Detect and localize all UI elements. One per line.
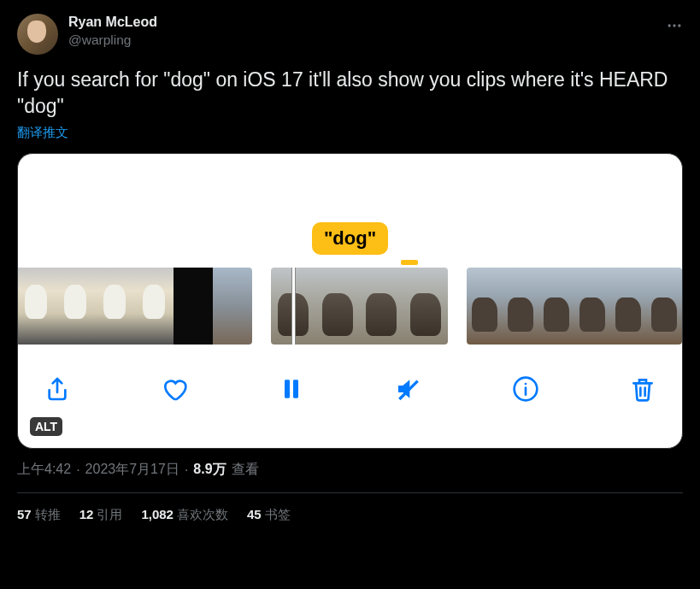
- svg-point-8: [525, 383, 527, 386]
- separator-dot: ·: [185, 462, 188, 478]
- clip-frame: [467, 268, 503, 345]
- pause-icon[interactable]: [278, 375, 305, 403]
- clip-frame: [134, 268, 174, 345]
- keyword-bubble: "dog": [312, 222, 388, 255]
- bookmarks-label: 书签: [265, 507, 291, 523]
- views-label: 查看: [232, 461, 259, 479]
- clip-frame: [17, 268, 56, 345]
- post-date[interactable]: 2023年7月17日: [85, 461, 179, 479]
- likes-count: 1,082: [141, 507, 174, 523]
- tweet-text: If you search for "dog" on iOS 17 it'll …: [17, 67, 683, 120]
- translate-link[interactable]: 翻译推文: [17, 125, 68, 141]
- quotes-stat[interactable]: 12 引用: [79, 507, 123, 523]
- likes-label: 喜欢次数: [177, 507, 228, 523]
- author-handle: @warpling: [68, 32, 656, 49]
- media-top-whitespace: "dog": [18, 154, 682, 265]
- likes-stat[interactable]: 1,082 喜欢次数: [141, 507, 228, 523]
- quotes-count: 12: [79, 507, 94, 523]
- avatar[interactable]: [17, 14, 58, 55]
- playhead[interactable]: [291, 268, 296, 345]
- svg-point-0: [668, 24, 671, 27]
- clip-group-3[interactable]: [467, 268, 682, 345]
- heart-icon[interactable]: [161, 375, 188, 403]
- clip-frame: [174, 268, 213, 345]
- clip-frame: [213, 268, 252, 345]
- keyword-marker: [401, 260, 418, 265]
- clip-frame: [315, 268, 360, 345]
- bookmarks-stat[interactable]: 45 书签: [247, 507, 291, 523]
- separator-dot: ·: [76, 462, 79, 478]
- info-icon[interactable]: [512, 375, 539, 403]
- bookmarks-count: 45: [247, 507, 262, 523]
- alt-badge[interactable]: ALT: [30, 417, 62, 436]
- views-count: 8.9万: [193, 461, 226, 479]
- quotes-label: 引用: [97, 507, 122, 523]
- retweets-count: 57: [17, 507, 32, 523]
- video-timeline[interactable]: [18, 265, 682, 346]
- media-toolbar: [18, 346, 682, 432]
- svg-rect-3: [285, 380, 290, 398]
- meta-row: 上午4:42 · 2023年7月17日 · 8.9万 查看: [17, 461, 683, 479]
- mute-icon[interactable]: [395, 375, 422, 403]
- stats-row: 57 转推 12 引用 1,082 喜欢次数 45 书签: [17, 493, 683, 523]
- clip-frame: [538, 268, 574, 345]
- more-options-icon[interactable]: [666, 14, 683, 38]
- post-time[interactable]: 上午4:42: [17, 461, 71, 479]
- author-display-name: Ryan McLeod: [68, 14, 656, 32]
- clip-frame: [56, 268, 95, 345]
- tweet-container: Ryan McLeod @warpling If you search for …: [0, 0, 700, 537]
- clip-group-2[interactable]: [271, 268, 449, 345]
- clip-frame: [403, 268, 448, 345]
- trash-icon[interactable]: [629, 375, 656, 403]
- clip-frame: [359, 268, 403, 345]
- tweet-header: Ryan McLeod @warpling: [17, 14, 683, 55]
- author-name-block[interactable]: Ryan McLeod @warpling: [68, 14, 656, 49]
- share-icon[interactable]: [44, 375, 71, 403]
- svg-point-1: [673, 24, 675, 27]
- clip-frame: [503, 268, 538, 345]
- svg-point-2: [678, 24, 680, 27]
- retweets-label: 转推: [35, 507, 61, 523]
- svg-rect-4: [293, 380, 298, 398]
- clip-group-1[interactable]: [17, 268, 252, 345]
- media-card[interactable]: "dog": [17, 153, 683, 449]
- clip-frame: [95, 268, 134, 345]
- clip-frame: [646, 268, 682, 345]
- retweets-stat[interactable]: 57 转推: [17, 507, 61, 523]
- clip-frame: [610, 268, 646, 345]
- clip-frame: [574, 268, 610, 345]
